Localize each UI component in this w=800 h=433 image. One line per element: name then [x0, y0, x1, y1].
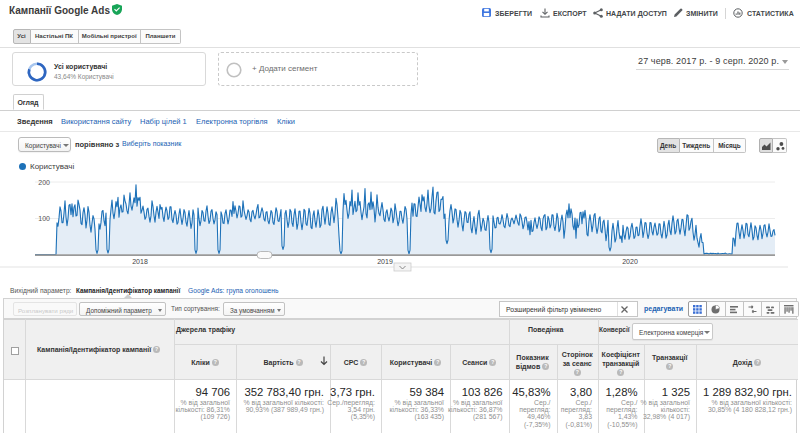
svg-text:2019: 2019: [377, 258, 393, 265]
svg-text:2018: 2018: [132, 258, 148, 265]
svg-text:2020: 2020: [622, 258, 638, 265]
svg-text:100: 100: [38, 215, 50, 222]
svg-text:200: 200: [38, 179, 50, 186]
